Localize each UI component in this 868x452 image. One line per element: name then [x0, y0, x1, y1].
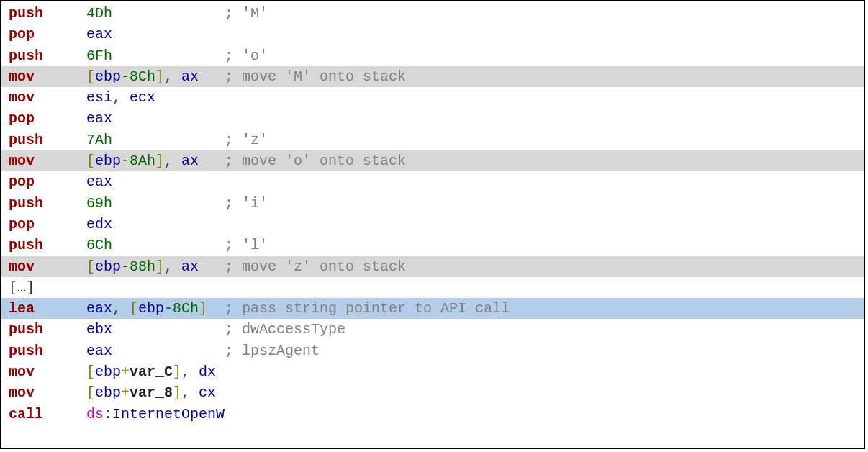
operands: eax [86, 171, 225, 192]
asm-line: mov[ebp-88h], ax; move 'z' onto stack [1, 256, 864, 277]
token-punct: , [164, 68, 181, 85]
token-plus: + [121, 363, 130, 380]
token-txt [112, 195, 121, 212]
operands: ebx [86, 319, 225, 340]
ellipsis: […] [9, 277, 35, 298]
token-reg: eax [86, 173, 112, 190]
token-num: 8Ch [173, 300, 199, 317]
token-reg: ebp [138, 300, 164, 317]
token-bracket: [ [86, 363, 95, 380]
token-punct: , [112, 89, 130, 106]
token-reg: ax [181, 153, 199, 169]
mnemonic: mov [9, 363, 35, 380]
token-bracket: ] [155, 258, 164, 275]
token-minus: - [121, 153, 130, 169]
comment: ; pass string pointer to API call [225, 298, 510, 319]
disassembly-listing: push4Dh ; 'M'popeaxpush6Fh ; 'o'mov[ebp-… [0, 0, 865, 449]
token-bracket: [ [130, 300, 138, 317]
token-reg: esi [86, 89, 112, 106]
token-reg: eax [86, 300, 112, 317]
asm-line: mov[ebp+var_C], dx [1, 361, 864, 382]
mnemonic: mov [9, 153, 35, 169]
token-bracket: ] [173, 363, 181, 380]
asm-line: push69h ; 'i' [1, 193, 864, 214]
asm-line: mov[ebp-8Ch], ax; move 'M' onto stack [1, 66, 864, 87]
token-punct: : [104, 406, 112, 422]
comment: ; 'i' [225, 193, 268, 214]
operands: 7Ah [86, 130, 225, 150]
token-num: 8Ah [130, 153, 155, 169]
token-bracket: ] [155, 153, 164, 169]
token-comment: ; dwAccessType [225, 321, 345, 338]
token-reg: cx [199, 384, 216, 401]
mnemonic: push [9, 5, 43, 22]
token-bracket: ] [155, 68, 164, 85]
token-bracket: [ [86, 384, 95, 401]
token-txt [112, 48, 121, 64]
token-comment: ; 'o' [225, 48, 268, 64]
comment: ; 'M' [225, 3, 268, 24]
token-plus: + [121, 384, 130, 401]
mnemonic: pop [9, 110, 35, 127]
operands: edx [86, 214, 225, 235]
token-minus: - [121, 68, 130, 85]
token-reg: ebp [95, 258, 121, 275]
token-minus: - [164, 300, 173, 317]
token-reg: ax [181, 68, 199, 85]
operands: [ebp+var_C], dx [86, 361, 225, 382]
comment: ; 'l' [225, 235, 268, 256]
mnemonic: push [9, 132, 43, 148]
token-punct: , [181, 384, 199, 401]
mnemonic: push [9, 237, 43, 253]
asm-line: popedx [1, 214, 864, 235]
asm-line: push6Ch ; 'l' [1, 235, 864, 256]
token-num: 7Ah [86, 132, 112, 148]
token-punct: , [112, 300, 130, 317]
asm-line: popeax [1, 24, 864, 45]
mnemonic: push [9, 343, 43, 359]
mnemonic: mov [9, 258, 35, 275]
asm-line: popeax [1, 171, 864, 192]
asm-line: push4Dh ; 'M' [1, 3, 864, 24]
mnemonic: push [9, 195, 43, 212]
token-bracket: [ [86, 153, 95, 169]
comment: ; lpszAgent [225, 340, 320, 361]
operands: [ebp-8Ch], ax [86, 66, 225, 87]
token-varname: var_C [130, 363, 173, 380]
asm-line: […] [1, 277, 864, 298]
token-bracket: [ [86, 258, 95, 275]
mnemonic: push [9, 48, 43, 64]
asm-line: push7Ah ; 'z' [1, 130, 864, 150]
operands: ds:InternetOpenW [86, 404, 225, 425]
token-num: 88h [130, 258, 155, 275]
asm-line: leaeax, [ebp-8Ch]; pass string pointer t… [1, 298, 864, 319]
token-reg: ebp [95, 68, 121, 85]
token-reg: edx [86, 216, 112, 232]
token-num: 69h [86, 195, 112, 212]
mnemonic: pop [9, 173, 35, 190]
mnemonic: push [9, 321, 43, 338]
asm-line: mov[ebp+var_8], cx [1, 382, 864, 403]
mnemonic: pop [9, 26, 35, 42]
token-reg: ebp [95, 153, 121, 169]
token-txt [112, 5, 121, 22]
token-reg: eax [86, 26, 112, 42]
comment: ; move 'M' onto stack [225, 66, 406, 87]
token-num: 6Ch [86, 237, 112, 253]
token-comment: ; 'M' [225, 5, 268, 22]
operands: eax [86, 24, 225, 45]
operands: 69h [86, 193, 225, 214]
token-bracket: ] [199, 300, 207, 317]
token-txt [112, 237, 121, 253]
asm-line: mov[ebp-8Ah], ax; move 'o' onto stack [1, 150, 864, 171]
token-comment: ; move 'M' onto stack [225, 68, 406, 85]
token-reg: dx [199, 363, 216, 380]
token-reg: eax [86, 343, 112, 359]
mnemonic: mov [9, 68, 35, 85]
token-reg: ax [181, 258, 199, 275]
token-num: 4Dh [86, 5, 112, 22]
mnemonic: lea [9, 300, 35, 317]
token-bracket: [ [86, 68, 95, 85]
comment: ; move 'o' onto stack [225, 150, 406, 171]
operands: 6Fh [86, 45, 225, 66]
